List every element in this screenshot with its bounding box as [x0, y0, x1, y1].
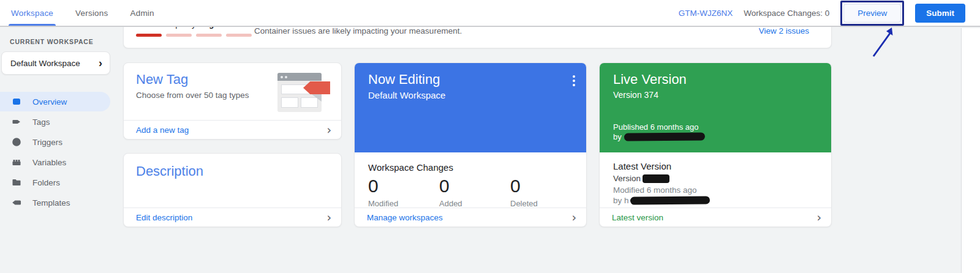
stat-deleted: 0 Deleted — [510, 174, 581, 208]
sidebar: CURRENT WORKSPACE Default Workspace › Ov… — [0, 28, 115, 273]
quality-message: Container issues are likely impacting yo… — [254, 26, 462, 36]
view-issues-link[interactable]: View 2 issues — [759, 26, 809, 36]
quality-segment — [226, 34, 252, 37]
workspace-selector[interactable]: Default Workspace › — [1, 51, 110, 75]
quality-segment — [196, 34, 222, 37]
live-version-card: Live Version Version 374 Published 6 mon… — [599, 62, 832, 227]
quality-segment-filled — [136, 34, 162, 37]
sidebar-item-label: Tags — [32, 118, 50, 127]
stat-added: 0 Added — [439, 174, 510, 208]
sidebar-item-label: Folders — [32, 178, 60, 187]
sidebar-item-triggers[interactable]: Triggers — [0, 132, 110, 152]
scroll-gutter — [961, 28, 980, 273]
container-id-link[interactable]: GTM-WJZ6NX — [679, 9, 733, 18]
overview-icon — [11, 96, 22, 107]
chevron-right-icon: › — [99, 58, 102, 69]
latest-version-link[interactable]: Latest version — [612, 213, 663, 222]
manage-workspaces-link[interactable]: Manage workspaces — [367, 213, 443, 222]
latest-version-line: Version — [613, 174, 669, 183]
published-by-line: by — [613, 132, 705, 141]
description-title: Description — [136, 163, 203, 179]
latest-version-title: Latest Version — [613, 161, 671, 171]
sidebar-item-label: Triggers — [32, 138, 62, 147]
stat-deleted-label: Deleted — [510, 199, 581, 208]
modified-by-line: by h — [613, 196, 710, 205]
preview-button[interactable]: Preview — [843, 4, 901, 23]
tab-workspace[interactable]: Workspace — [0, 0, 64, 26]
modified-by-prefix: by h — [613, 196, 629, 205]
trigger-icon — [11, 136, 22, 148]
new-tag-illustration — [277, 73, 330, 112]
modified-ago-text: Modified 6 months ago — [613, 185, 697, 195]
gtm-workspace-page: Workspace Versions Admin GTM-WJZ6NX Work… — [0, 0, 980, 273]
chevron-right-icon: › — [326, 124, 331, 136]
published-by-prefix: by — [613, 132, 622, 141]
stat-modified-value: 0 — [368, 174, 439, 198]
stat-deleted-value: 0 — [510, 174, 581, 198]
chevron-right-icon: › — [816, 212, 821, 223]
sidebar-item-tags[interactable]: Tags — [0, 112, 110, 132]
description-card: Description Edit description › — [123, 153, 342, 227]
redacted-publisher-email — [624, 132, 705, 141]
quality-meter — [136, 34, 252, 37]
chevron-right-icon: › — [571, 212, 576, 223]
quality-segment — [166, 34, 192, 37]
workspace-selector-name: Default Workspace — [10, 59, 80, 68]
add-new-tag-row[interactable]: Add a new tag › — [124, 120, 341, 139]
current-workspace-caption: CURRENT WORKSPACE — [10, 38, 115, 45]
latest-version-prefix: Version — [613, 174, 641, 183]
preview-annotation-box: Preview — [840, 1, 904, 26]
more-options-icon[interactable] — [570, 73, 578, 89]
workspace-changes-count: Workspace Changes: 0 — [744, 9, 829, 18]
live-version-header: Live Version Version 374 Published 6 mon… — [600, 63, 831, 152]
live-version-title: Live Version — [613, 72, 687, 88]
now-editing-title: Now Editing — [368, 72, 440, 88]
top-tabs: Workspace Versions Admin — [0, 0, 165, 26]
redacted-modifier-email — [630, 196, 709, 204]
sidebar-item-variables[interactable]: Variables — [0, 152, 110, 172]
submit-button[interactable]: Submit — [915, 4, 965, 23]
annotation-arrow — [866, 26, 899, 60]
sidebar-item-folders[interactable]: Folders — [0, 173, 110, 192]
tab-admin[interactable]: Admin — [119, 0, 165, 26]
new-tag-title: New Tag — [136, 72, 188, 88]
template-icon — [11, 197, 22, 208]
now-editing-card: Now Editing Default Workspace Workspace … — [354, 62, 587, 227]
tag-icon — [11, 116, 22, 127]
folder-icon — [11, 177, 22, 188]
add-new-tag-link[interactable]: Add a new tag — [136, 125, 189, 135]
new-tag-card: New Tag Choose from over 50 tag types Ad… — [123, 62, 342, 140]
published-ago-text: Published 6 months ago — [613, 122, 698, 132]
sidebar-item-label: Variables — [32, 158, 66, 167]
tab-versions[interactable]: Versions — [64, 0, 119, 26]
sidebar-item-templates[interactable]: Templates — [0, 193, 110, 212]
browser-titlebar-graphic — [277, 73, 322, 81]
now-editing-workspace-name: Default Workspace — [368, 90, 445, 100]
top-navigation-bar: Workspace Versions Admin GTM-WJZ6NX Work… — [0, 0, 980, 27]
sidebar-item-label: Templates — [32, 198, 70, 208]
sidebar-nav: Overview Tags Triggers Variables Folders… — [0, 92, 115, 212]
sidebar-item-label: Overview — [32, 97, 67, 107]
sidebar-item-overview[interactable]: Overview — [0, 92, 110, 111]
stat-added-label: Added — [439, 199, 510, 208]
latest-version-row[interactable]: Latest version › — [600, 208, 831, 226]
topbar-right-actions: GTM-WJZ6NX Workspace Changes: 0 Preview … — [679, 1, 965, 26]
variables-icon — [11, 157, 22, 168]
workspace-changes-title: Workspace Changes — [368, 162, 453, 173]
manage-workspaces-row[interactable]: Manage workspaces › — [355, 208, 586, 226]
new-tag-subtitle: Choose from over 50 tag types — [136, 91, 249, 100]
workspace-changes-stats: 0 Modified 0 Added 0 Deleted — [368, 174, 581, 208]
redacted-version-number — [643, 174, 669, 183]
now-editing-header: Now Editing Default Workspace — [355, 63, 586, 152]
edit-description-row[interactable]: Edit description › — [124, 208, 341, 226]
edit-description-link[interactable]: Edit description — [136, 213, 192, 222]
stat-modified-label: Modified — [368, 199, 439, 208]
chevron-right-icon: › — [326, 212, 331, 223]
live-version-number: Version 374 — [613, 90, 658, 100]
stat-modified: 0 Modified — [368, 174, 439, 208]
stat-added-value: 0 — [439, 174, 510, 198]
